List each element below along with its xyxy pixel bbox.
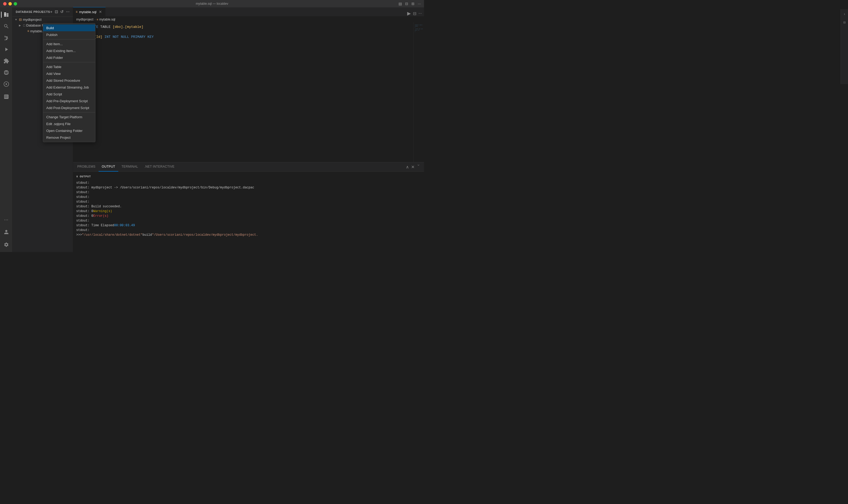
panel-actions: ∧ ✕ › [406,164,423,169]
menu-item-remove-project[interactable]: Remove Project [43,134,95,141]
stdout-label-4: stdout: [76,195,89,199]
output-section-header[interactable]: ∨ OUTPUT [76,174,421,179]
chevron-down-icon: ▼ [15,18,18,21]
stdout-error-prefix: stdout: 0 [76,214,93,218]
close-button[interactable] [3,2,6,5]
panel-maximize-icon[interactable]: ∧ [406,164,409,169]
output-line-build-success: stdout: Build succeeded. [76,204,421,209]
output-content[interactable]: ∨ OUTPUT stdout: stdout: mydbproject -> … [73,172,424,246]
split-editor-button[interactable]: ⊟ [413,11,417,16]
tab-output[interactable]: OUTPUT [99,162,118,172]
build-success-text: stdout: Build succeeded. [76,204,122,209]
minimap-content: CREATE TABLE [dbo]( [Id] INT NOT NULL PK… [415,24,424,32]
output-line-blank: stdout: [76,218,421,223]
layout-icon[interactable]: ⊟ [405,2,408,6]
code-line-4: ) [86,39,413,44]
menu-item-publish[interactable]: Publish [43,31,95,38]
sidebar-item-search[interactable] [1,21,12,32]
keyword-int: INT [104,34,110,39]
more-options-icon[interactable]: ··· [66,10,70,14]
menu-item-open-containing[interactable]: Open Containing Folder [43,127,95,134]
tab-terminal[interactable]: TERMINAL [118,162,141,172]
traffic-lights[interactable] [3,2,17,5]
new-project-icon[interactable]: + [50,10,53,14]
menu-item-build[interactable]: Build [43,24,95,31]
stdout-label-1: stdout: [76,181,89,185]
breadcrumb-project[interactable]: mydbproject [76,18,93,21]
panel-tab-bar: PROBLEMS OUTPUT TERMINAL .NET INTERACTIV… [73,162,424,172]
panel-more-icon[interactable]: › [417,164,421,169]
breadcrumb-separator: › [94,18,95,21]
code-line-3: [Id] INT NOT NULL PRIMARY KEY [86,34,413,39]
minimize-button[interactable] [8,2,12,5]
settings-icon[interactable] [1,239,12,250]
cmd-dotnet-path: "/usr/local/share/dotnet/dotnet" [82,233,142,237]
keyword-primary-key: PRIMARY KEY [131,34,154,39]
project-label: mydbproject [23,18,41,21]
breadcrumb: mydbproject › ≡ mytable.sql [73,17,424,22]
activity-bar: ··· [0,7,13,252]
cmd-build-keyword: build [142,233,152,237]
titlebar-icons: ▤ ⊟ ⊞ ··· [399,2,421,6]
menu-item-add-existing-item[interactable]: Add Existing Item... [43,47,95,54]
sidebar-item-source-control[interactable] [1,33,12,43]
tab-mytable-sql[interactable]: ≡ mytable.sql ✕ [73,7,106,16]
stdout-label-5: stdout: [76,199,89,204]
menu-item-add-external-streaming-job[interactable]: Add External Streaming Job [43,84,95,91]
stdout-label-3: stdout: [76,190,89,195]
sidebar-toggle-icon[interactable]: ▤ [399,2,402,6]
tab-net-interactive[interactable]: .NET INTERACTIVE [141,162,178,172]
split-icon[interactable]: ⊞ [411,2,414,6]
titlebar: mytable.sql — localdev ▤ ⊟ ⊞ ··· [0,0,424,7]
sidebar-title: DATABASE PROJECTS [16,10,50,13]
menu-item-change-target[interactable]: Change Target Platform [43,113,95,120]
stdout-blank2: stdout: [76,228,89,233]
context-menu: Build Publish Add Item... Add Existing I… [43,23,95,142]
cmd-prompt: >>> [76,233,82,237]
warning-count: Warning(s) [93,209,112,214]
tree-item-project[interactable]: ▼ ⊟ mydbproject [13,17,73,22]
sidebar-item-pages[interactable] [1,91,12,102]
minimap: CREATE TABLE [dbo]( [Id] INT NOT NULL PK… [413,22,424,162]
bracket-mytable: [mytable] [125,24,143,30]
sidebar-header-icons: + ⊡ ↺ ··· [50,10,70,14]
menu-item-add-view[interactable]: Add View [43,70,95,77]
ellipsis-icon[interactable]: ··· [1,214,12,225]
output-line-3: stdout: [76,190,421,195]
run-button[interactable]: ▶ [407,11,411,16]
sidebar-item-explorer[interactable] [1,10,12,20]
output-line-4: stdout: [76,195,421,199]
project-icon: ⊟ [19,18,22,21]
tab-bar: ≡ mytable.sql ✕ ▶ ⊟ ··· [73,7,424,17]
code-content[interactable]: CREATE TABLE [dbo] . [mytable] ( [Id] IN… [85,22,413,162]
menu-divider-1 [43,39,95,39]
menu-item-add-post-deployment[interactable]: Add Post-Deployment Script [43,104,95,111]
refresh-icon[interactable]: ↺ [60,10,64,14]
editor-area: ≡ mytable.sql ✕ ▶ ⊟ ··· mydbproject › ≡ … [73,7,424,252]
space3 [129,34,131,39]
menu-item-add-folder[interactable]: Add Folder [43,54,95,61]
sidebar-item-extensions[interactable] [1,56,12,66]
menu-item-add-table[interactable]: Add Table [43,63,95,70]
menu-item-add-pre-deployment[interactable]: Add Pre-Deployment Script [43,97,95,104]
sidebar-item-run[interactable] [1,44,12,55]
chevron-right-icon: ▶ [19,24,22,27]
sidebar-item-database[interactable] [1,67,12,78]
menu-item-add-item[interactable]: Add Item... [43,40,95,47]
tab-close-button[interactable]: ✕ [98,10,103,14]
sidebar-item-git[interactable] [1,79,12,89]
maximize-button[interactable] [14,2,17,5]
code-editor[interactable]: 1 2 3 4 5 CREATE TABLE [dbo] . [mytable]… [73,22,424,162]
menu-item-add-script[interactable]: Add Script [43,91,95,97]
bracket-dbo: [dbo] [112,24,123,30]
output-line-cmd: >>> "/usr/local/share/dotnet/dotnet" bui… [76,233,421,237]
breadcrumb-file[interactable]: mytable.sql [99,18,116,21]
editor-more-button[interactable]: ··· [419,11,422,16]
open-folder-icon[interactable]: ⊡ [55,10,58,14]
menu-item-add-stored-procedure[interactable]: Add Stored Procedure [43,77,95,84]
panel-close-icon[interactable]: ✕ [411,164,414,169]
tab-problems[interactable]: PROBLEMS [74,162,99,172]
more-icon[interactable]: ··· [418,2,421,6]
account-icon[interactable] [1,227,12,237]
menu-item-edit-sqlproj[interactable]: Edit .sqlproj File [43,120,95,127]
